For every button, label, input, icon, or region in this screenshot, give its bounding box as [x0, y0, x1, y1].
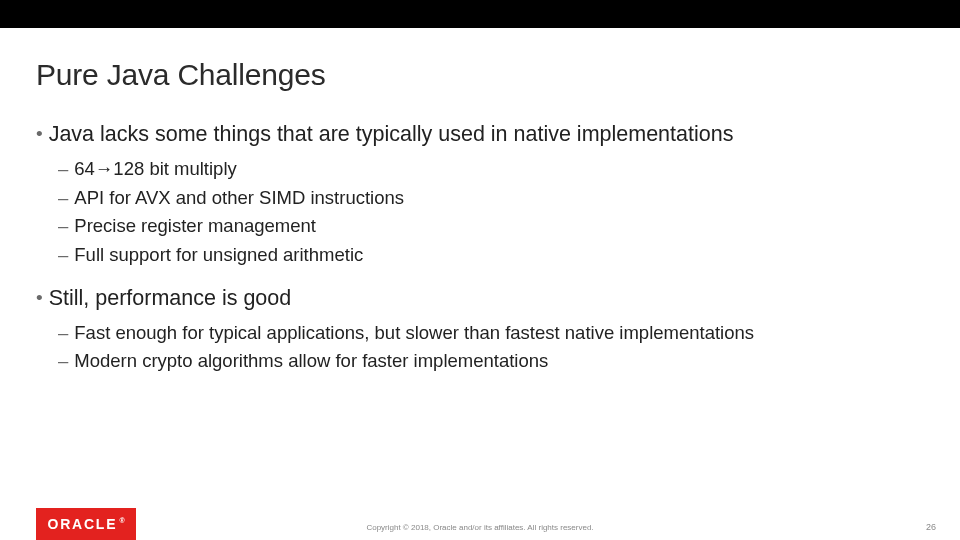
- bullet-item: •Still, performance is good: [36, 284, 924, 313]
- bullet-text: Still, performance is good: [49, 286, 292, 310]
- sub-bullet-item: –API for AVX and other SIMD instructions: [58, 184, 924, 213]
- bullet-icon: •: [36, 287, 43, 308]
- sub-list: –Fast enough for typical applications, b…: [58, 319, 924, 376]
- bullet-item: •Java lacks some things that are typical…: [36, 120, 924, 149]
- sub-bullet-text: Fast enough for typical applications, bu…: [74, 322, 754, 343]
- dash-icon: –: [58, 244, 68, 265]
- sub-bullet-text: 64→128 bit multiply: [74, 158, 236, 179]
- dash-icon: –: [58, 350, 68, 371]
- sub-bullet-item: –64→128 bit multiply: [58, 155, 924, 184]
- dash-icon: –: [58, 322, 68, 343]
- sub-bullet-text: Full support for unsigned arithmetic: [74, 244, 363, 265]
- dash-icon: –: [58, 187, 68, 208]
- bullet-text: Java lacks some things that are typicall…: [49, 122, 734, 146]
- sub-bullet-text: Modern crypto algorithms allow for faste…: [74, 350, 548, 371]
- slide-title: Pure Java Challenges: [36, 58, 326, 92]
- sub-bullet-text: Precise register management: [74, 215, 316, 236]
- bullet-icon: •: [36, 123, 43, 144]
- sub-list: –64→128 bit multiply –API for AVX and ot…: [58, 155, 924, 270]
- dash-icon: –: [58, 215, 68, 236]
- dash-icon: –: [58, 158, 68, 179]
- slide: Pure Java Challenges •Java lacks some th…: [0, 0, 960, 540]
- copyright-text: Copyright © 2018, Oracle and/or its affi…: [0, 523, 960, 532]
- sub-bullet-text: API for AVX and other SIMD instructions: [74, 187, 404, 208]
- sub-bullet-item: –Full support for unsigned arithmetic: [58, 241, 924, 270]
- sub-bullet-item: –Precise register management: [58, 212, 924, 241]
- slide-body: •Java lacks some things that are typical…: [36, 120, 924, 390]
- sub-bullet-item: –Modern crypto algorithms allow for fast…: [58, 347, 924, 376]
- slide-footer: ORACLE® Copyright © 2018, Oracle and/or …: [0, 502, 960, 540]
- page-number: 26: [926, 522, 936, 532]
- sub-bullet-item: –Fast enough for typical applications, b…: [58, 319, 924, 348]
